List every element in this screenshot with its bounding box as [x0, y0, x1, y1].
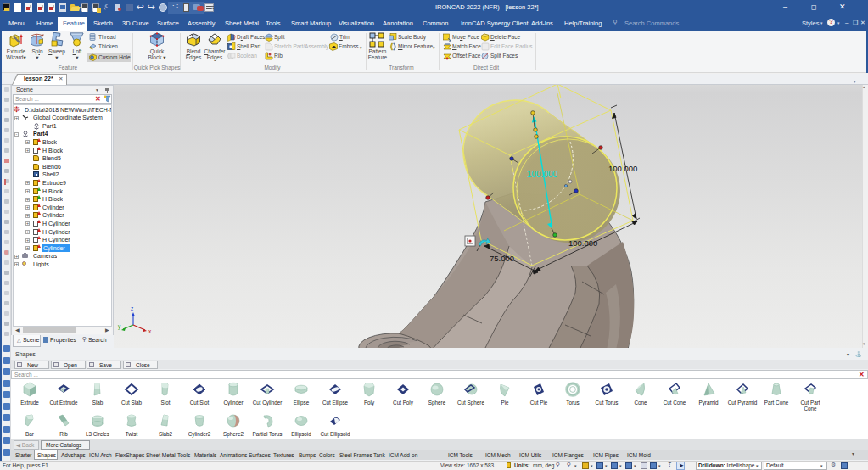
svg-text:100.000: 100.000 [608, 164, 637, 173]
svg-text:100.000: 100.000 [568, 238, 597, 248]
svg-text:75.000: 75.000 [490, 254, 514, 263]
svg-text:z: z [131, 305, 133, 311]
svg-text:100.000: 100.000 [527, 170, 558, 179]
